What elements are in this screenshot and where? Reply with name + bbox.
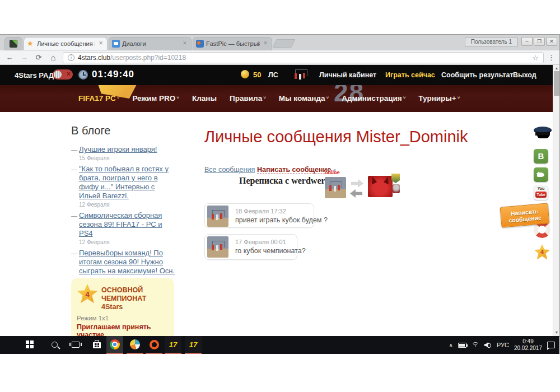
close-icon[interactable] (262, 40, 269, 47)
menu-item-pravila[interactable]: Правила (230, 94, 266, 102)
browser-profile-button[interactable]: Пользователь 1 (465, 37, 518, 47)
chat-favicon (112, 40, 120, 48)
championship-promo[interactable]: 4 ОСНОВНОЙ ЧЕМПИОНАТ 4Stars Режим 1x1 Пр… (71, 278, 174, 336)
chevron-down-icon (263, 95, 266, 100)
back-button[interactable] (4, 53, 15, 63)
bookmark-icon[interactable] (532, 54, 539, 62)
search-icon[interactable] (46, 336, 63, 353)
maximize-button[interactable] (534, 37, 545, 46)
blog-sidebar: В блоге Лучшие игроки января! 15 Февраля… (71, 112, 175, 336)
paint-app-icon[interactable] (127, 336, 143, 353)
fifa17-icon-2[interactable]: 17 (185, 336, 202, 353)
dash-bullet (71, 145, 77, 153)
chevron-down-icon (403, 95, 406, 100)
write-message-ribbon[interactable]: Написать сообщение (500, 203, 550, 227)
promo-mode: Режим 1x1 (77, 315, 169, 321)
origin-icon[interactable] (146, 336, 162, 353)
language-indicator[interactable]: РУС (497, 342, 509, 348)
tab-fastpic[interactable]: FastPic — быстрый и бе (193, 37, 272, 50)
menu-item-my-komanda[interactable]: Мы команда (279, 94, 329, 102)
play-now-link[interactable]: Играть сейчас (385, 71, 435, 79)
blog-link[interactable]: Символическая сборная сезона 89! FIFA17 … (79, 211, 175, 238)
message-avatar[interactable] (207, 206, 228, 227)
tray-clock[interactable]: 0:49 20.02.2017 (514, 338, 542, 352)
tray-time: 0:49 (522, 338, 533, 344)
tab-personal-messages[interactable]: Личные сообщения Mi (24, 37, 108, 50)
promo-invite-small: Приглашаем принять участие (77, 323, 169, 336)
message-card: 18 Февраля 17:32 привет играть кубок буд… (204, 203, 314, 228)
star-4-icon[interactable]: 4 (534, 244, 550, 260)
radio-toggle[interactable] (53, 69, 73, 80)
page-content: В блоге Лучшие игроки января! 15 Февраля… (0, 112, 559, 336)
page-viewport: 4Stars РАДИО 01:49:40 50 ЛС Личный кабин… (0, 65, 559, 336)
online-badge: online (325, 170, 340, 175)
logout-link[interactable]: Выход (513, 71, 536, 79)
task-view-icon[interactable] (67, 336, 84, 353)
twitter-icon[interactable] (534, 167, 548, 182)
pm-link[interactable]: ЛС (268, 71, 278, 79)
browser-window: Личные сообщения Mi Диалоги FastPic — бы… (0, 35, 559, 336)
chrome-taskbar-icon[interactable] (106, 336, 123, 353)
reload-button[interactable] (34, 53, 44, 63)
action-center-icon[interactable] (547, 342, 555, 348)
club-crest-badge (391, 174, 400, 183)
wifi-icon[interactable] (472, 342, 479, 348)
vk-icon[interactable]: B (534, 149, 548, 164)
page-info-icon[interactable] (68, 54, 74, 61)
promo-title: ОСНОВНОЙ ЧЕМПИОНАТ 4Stars (101, 284, 169, 311)
site-top-bar: 4Stars РАДИО 01:49:40 50 ЛС Личный кабин… (0, 65, 559, 85)
partner-avatar[interactable] (368, 176, 393, 197)
close-window-button[interactable] (546, 37, 557, 46)
speaker-icon[interactable] (484, 342, 492, 348)
fifa17-icon[interactable]: 17 (165, 336, 181, 353)
my-avatar[interactable] (325, 177, 346, 198)
tray-chevron-icon[interactable] (449, 342, 453, 348)
menu-item-administracia[interactable]: Администрация (342, 94, 405, 102)
account-link[interactable]: Личный кабинет (319, 71, 376, 79)
message-date: 17 Февраля 00:01 (235, 239, 286, 245)
fastpic-favicon (196, 40, 204, 48)
admin-cap-icon[interactable] (534, 125, 552, 139)
youtube-icon[interactable]: You Tube (534, 185, 548, 200)
address-bar[interactable]: 4stars.club/userposts.php?id=10218 (63, 52, 544, 63)
all-messages-link[interactable]: Все сообщения (204, 166, 255, 174)
tab-title: FastPic — быстрый и бе (206, 40, 260, 47)
blog-link[interactable]: "Как то побывал в гостях у брата, поигра… (79, 165, 175, 200)
pinned-tab[interactable] (4, 37, 22, 50)
tab-dialogs[interactable]: Диалоги (109, 37, 192, 50)
star-icon: 4 (77, 284, 98, 304)
blog-item: Лучшие игроки января! 15 Февраля (71, 145, 175, 161)
home-button[interactable] (48, 53, 58, 63)
scrollbar-thumb[interactable] (554, 71, 559, 96)
message-text: привет играть кубок будем ? (235, 216, 328, 224)
new-tab-button[interactable] (273, 39, 296, 48)
message-card: 17 Февраля 00:01 го кубок чемпионата? (204, 234, 297, 260)
blog-item: Символическая сборная сезона 89! FIFA17 … (71, 211, 175, 245)
chevron-down-icon (458, 95, 460, 100)
blog-link[interactable]: Лучшие игроки января! (79, 145, 175, 154)
close-icon[interactable] (97, 40, 104, 47)
minimize-button[interactable] (521, 37, 533, 46)
menu-item-fifa17pc[interactable]: FIFA17 PC (78, 94, 119, 102)
tab-title: Диалоги (122, 40, 179, 47)
browser-menu-icon[interactable] (548, 53, 555, 62)
battery-icon[interactable] (458, 343, 466, 348)
message-avatar[interactable] (207, 236, 228, 258)
tray-date: 20.02.2017 (514, 345, 542, 351)
menu-item-klany[interactable]: Кланы (192, 94, 217, 102)
dash-bullet (71, 165, 77, 173)
scroll-up-icon[interactable] (553, 66, 559, 71)
report-result-link[interactable]: Сообщить результат (441, 71, 514, 79)
write-message-link[interactable]: Написать сообщение (257, 166, 336, 174)
start-button[interactable] (21, 336, 38, 353)
close-icon[interactable] (181, 40, 188, 47)
chevron-down-icon (176, 95, 179, 100)
menu-item-rezhim-pro[interactable]: Режим PRO (132, 94, 179, 102)
coin-icon (241, 70, 249, 78)
windows-store-icon[interactable] (88, 336, 105, 353)
menu-item-turniry[interactable]: Турниры+ (418, 94, 460, 102)
page-scrollbar[interactable] (553, 65, 559, 336)
clock-icon (78, 70, 88, 80)
page-title: Личные сообщения Mister_Dominik (204, 128, 468, 146)
scroll-down-icon[interactable] (553, 330, 559, 335)
